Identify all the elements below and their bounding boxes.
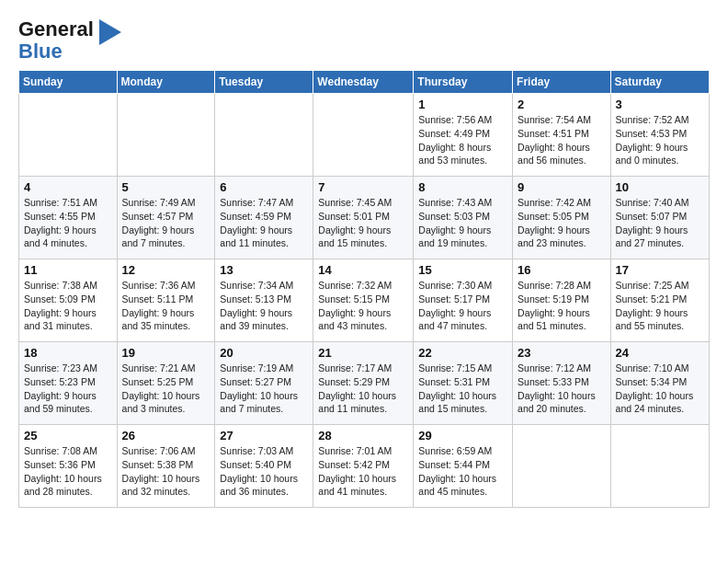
weekday-header: Wednesday xyxy=(313,71,414,94)
day-number: 1 xyxy=(418,98,507,111)
day-number: 5 xyxy=(122,180,210,194)
day-number: 20 xyxy=(220,346,308,360)
calendar-cell: 16Sunrise: 7:28 AMSunset: 5:19 PMDayligh… xyxy=(513,259,611,342)
calendar-cell: 2Sunrise: 7:54 AMSunset: 4:51 PMDaylight… xyxy=(513,94,611,177)
calendar-cell: 18Sunrise: 7:23 AMSunset: 5:23 PMDayligh… xyxy=(19,342,118,425)
day-number: 14 xyxy=(318,263,408,277)
day-number: 12 xyxy=(122,263,210,277)
calendar-cell: 11Sunrise: 7:38 AMSunset: 5:09 PMDayligh… xyxy=(19,259,118,342)
day-info: Sunrise: 7:17 AMSunset: 5:29 PMDaylight:… xyxy=(318,362,408,416)
day-info: Sunrise: 7:45 AMSunset: 5:01 PMDaylight:… xyxy=(318,196,408,250)
calendar-cell: 14Sunrise: 7:32 AMSunset: 5:15 PMDayligh… xyxy=(313,259,414,342)
day-info: Sunrise: 7:08 AMSunset: 5:36 PMDaylight:… xyxy=(24,444,112,499)
logo-icon xyxy=(96,16,125,49)
calendar-cell: 25Sunrise: 7:08 AMSunset: 5:36 PMDayligh… xyxy=(19,425,118,508)
day-info: Sunrise: 7:40 AMSunset: 5:07 PMDaylight:… xyxy=(616,196,704,250)
calendar-cell: 26Sunrise: 7:06 AMSunset: 5:38 PMDayligh… xyxy=(117,425,215,508)
day-info: Sunrise: 7:36 AMSunset: 5:11 PMDaylight:… xyxy=(122,279,210,333)
calendar-cell: 19Sunrise: 7:21 AMSunset: 5:25 PMDayligh… xyxy=(117,342,215,425)
calendar-cell: 10Sunrise: 7:40 AMSunset: 5:07 PMDayligh… xyxy=(610,177,709,259)
calendar-cell xyxy=(513,425,611,508)
day-number: 9 xyxy=(518,180,606,194)
day-info: Sunrise: 7:32 AMSunset: 5:15 PMDaylight:… xyxy=(318,279,408,333)
day-number: 6 xyxy=(220,180,308,194)
day-number: 3 xyxy=(616,98,704,111)
day-info: Sunrise: 7:56 AMSunset: 4:49 PMDaylight:… xyxy=(418,113,507,167)
day-info: Sunrise: 7:12 AMSunset: 5:33 PMDaylight:… xyxy=(518,362,606,416)
calendar-cell: 27Sunrise: 7:03 AMSunset: 5:40 PMDayligh… xyxy=(215,425,313,508)
calendar-cell: 13Sunrise: 7:34 AMSunset: 5:13 PMDayligh… xyxy=(215,259,313,342)
day-info: Sunrise: 7:51 AMSunset: 4:55 PMDaylight:… xyxy=(24,196,112,250)
day-info: Sunrise: 7:03 AMSunset: 5:40 PMDaylight:… xyxy=(220,444,308,499)
day-number: 29 xyxy=(418,429,507,442)
day-number: 17 xyxy=(616,263,704,277)
day-info: Sunrise: 6:59 AMSunset: 5:44 PMDaylight:… xyxy=(418,444,507,499)
calendar-cell xyxy=(610,425,709,508)
calendar-cell: 6Sunrise: 7:47 AMSunset: 4:59 PMDaylight… xyxy=(215,177,313,259)
calendar-cell: 12Sunrise: 7:36 AMSunset: 5:11 PMDayligh… xyxy=(117,259,215,342)
day-info: Sunrise: 7:28 AMSunset: 5:19 PMDaylight:… xyxy=(518,279,606,333)
calendar-cell: 15Sunrise: 7:30 AMSunset: 5:17 PMDayligh… xyxy=(414,259,513,342)
day-number: 8 xyxy=(418,180,507,194)
weekday-header: Friday xyxy=(513,71,611,94)
day-number: 7 xyxy=(318,180,408,194)
day-number: 28 xyxy=(318,429,408,442)
day-info: Sunrise: 7:25 AMSunset: 5:21 PMDaylight:… xyxy=(616,279,704,333)
calendar-cell: 17Sunrise: 7:25 AMSunset: 5:21 PMDayligh… xyxy=(610,259,709,342)
day-info: Sunrise: 7:10 AMSunset: 5:34 PMDaylight:… xyxy=(616,362,704,416)
day-info: Sunrise: 7:47 AMSunset: 4:59 PMDaylight:… xyxy=(220,196,308,250)
weekday-header: Saturday xyxy=(610,71,709,94)
calendar-week-row: 4Sunrise: 7:51 AMSunset: 4:55 PMDaylight… xyxy=(19,177,710,259)
day-info: Sunrise: 7:01 AMSunset: 5:42 PMDaylight:… xyxy=(318,444,408,499)
day-info: Sunrise: 7:52 AMSunset: 4:53 PMDaylight:… xyxy=(616,113,704,167)
day-info: Sunrise: 7:49 AMSunset: 4:57 PMDaylight:… xyxy=(122,196,210,250)
calendar-cell xyxy=(215,94,313,177)
day-number: 16 xyxy=(518,263,606,277)
page-header: General Blue xyxy=(18,15,710,63)
logo-blue: Blue xyxy=(18,40,63,63)
day-info: Sunrise: 7:15 AMSunset: 5:31 PMDaylight:… xyxy=(418,362,507,416)
day-number: 27 xyxy=(220,429,308,442)
day-number: 24 xyxy=(616,346,704,360)
day-info: Sunrise: 7:38 AMSunset: 5:09 PMDaylight:… xyxy=(24,279,112,333)
calendar-cell: 20Sunrise: 7:19 AMSunset: 5:27 PMDayligh… xyxy=(215,342,313,425)
calendar-cell: 21Sunrise: 7:17 AMSunset: 5:29 PMDayligh… xyxy=(313,342,414,425)
logo-general: General xyxy=(18,17,94,40)
weekday-header: Tuesday xyxy=(215,71,313,94)
calendar-cell: 3Sunrise: 7:52 AMSunset: 4:53 PMDaylight… xyxy=(610,94,709,177)
day-number: 18 xyxy=(24,346,112,360)
day-number: 21 xyxy=(318,346,408,360)
calendar-cell: 1Sunrise: 7:56 AMSunset: 4:49 PMDaylight… xyxy=(414,94,513,177)
calendar-cell: 8Sunrise: 7:43 AMSunset: 5:03 PMDaylight… xyxy=(414,177,513,259)
weekday-header: Sunday xyxy=(19,71,118,94)
calendar-cell: 4Sunrise: 7:51 AMSunset: 4:55 PMDaylight… xyxy=(19,177,118,259)
calendar-week-row: 1Sunrise: 7:56 AMSunset: 4:49 PMDaylight… xyxy=(19,94,710,177)
day-number: 22 xyxy=(418,346,507,360)
day-number: 26 xyxy=(122,429,210,442)
svg-marker-0 xyxy=(99,19,121,45)
calendar-week-row: 11Sunrise: 7:38 AMSunset: 5:09 PMDayligh… xyxy=(19,259,710,342)
calendar-cell: 29Sunrise: 6:59 AMSunset: 5:44 PMDayligh… xyxy=(414,425,513,508)
logo: General Blue xyxy=(18,18,125,63)
day-info: Sunrise: 7:19 AMSunset: 5:27 PMDaylight:… xyxy=(220,362,308,416)
calendar-cell: 22Sunrise: 7:15 AMSunset: 5:31 PMDayligh… xyxy=(414,342,513,425)
day-number: 13 xyxy=(220,263,308,277)
day-number: 4 xyxy=(24,180,112,194)
calendar-cell xyxy=(117,94,215,177)
day-info: Sunrise: 7:43 AMSunset: 5:03 PMDaylight:… xyxy=(418,196,507,250)
day-number: 23 xyxy=(518,346,606,360)
weekday-header: Thursday xyxy=(414,71,513,94)
day-info: Sunrise: 7:21 AMSunset: 5:25 PMDaylight:… xyxy=(122,362,210,416)
calendar-cell: 28Sunrise: 7:01 AMSunset: 5:42 PMDayligh… xyxy=(313,425,414,508)
calendar-cell: 7Sunrise: 7:45 AMSunset: 5:01 PMDaylight… xyxy=(313,177,414,259)
calendar-cell: 23Sunrise: 7:12 AMSunset: 5:33 PMDayligh… xyxy=(513,342,611,425)
day-number: 10 xyxy=(616,180,704,194)
calendar-cell: 24Sunrise: 7:10 AMSunset: 5:34 PMDayligh… xyxy=(610,342,709,425)
calendar-table: SundayMondayTuesdayWednesdayThursdayFrid… xyxy=(18,70,710,508)
calendar-week-row: 18Sunrise: 7:23 AMSunset: 5:23 PMDayligh… xyxy=(19,342,710,425)
day-number: 25 xyxy=(24,429,112,442)
calendar-cell: 9Sunrise: 7:42 AMSunset: 5:05 PMDaylight… xyxy=(513,177,611,259)
calendar-cell: 5Sunrise: 7:49 AMSunset: 4:57 PMDaylight… xyxy=(117,177,215,259)
day-info: Sunrise: 7:34 AMSunset: 5:13 PMDaylight:… xyxy=(220,279,308,333)
weekday-header: Monday xyxy=(117,71,215,94)
